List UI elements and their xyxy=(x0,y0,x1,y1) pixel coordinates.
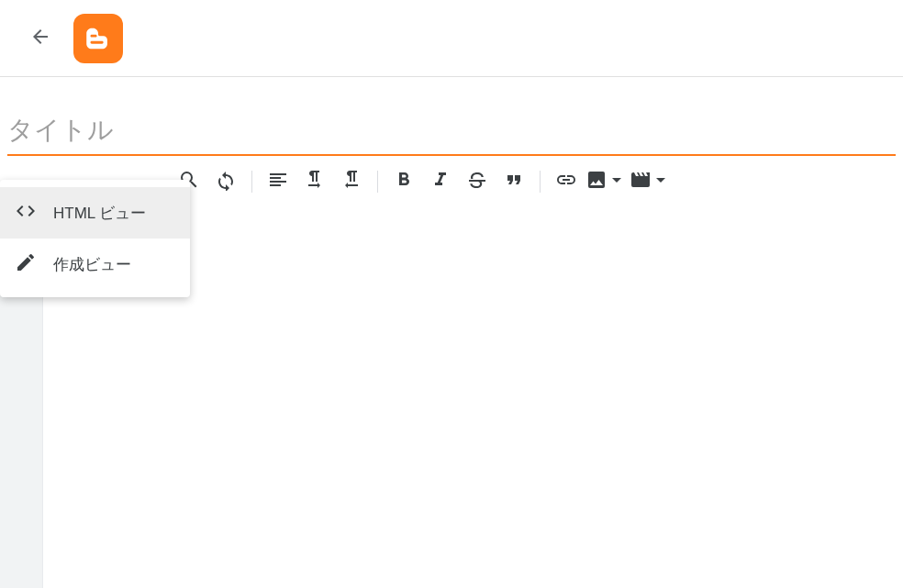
strikethrough-icon xyxy=(466,169,488,194)
link-button[interactable] xyxy=(548,163,585,200)
text-direction-rtl-icon xyxy=(340,169,362,194)
insert-video-button[interactable] xyxy=(629,163,673,200)
ltr-button[interactable] xyxy=(296,163,333,200)
menu-item-label: 作成ビュー xyxy=(53,254,131,275)
italic-button[interactable] xyxy=(422,163,459,200)
image-icon xyxy=(585,169,608,194)
view-mode-menu: HTML ビュー 作成ビュー xyxy=(0,180,190,297)
toolbar-separator xyxy=(251,171,252,193)
back-button[interactable] xyxy=(22,20,59,57)
quote-icon xyxy=(503,169,525,194)
app-header xyxy=(0,0,903,77)
insert-image-button[interactable] xyxy=(585,163,629,200)
text-direction-ltr-icon xyxy=(304,169,326,194)
link-icon xyxy=(555,169,577,194)
bold-icon xyxy=(393,169,415,194)
menu-item-html-view[interactable]: HTML ビュー xyxy=(0,187,190,239)
pencil-icon xyxy=(15,251,53,278)
strikethrough-button[interactable] xyxy=(459,163,496,200)
video-icon xyxy=(630,169,652,194)
post-title-input[interactable] xyxy=(7,110,896,156)
bold-button[interactable] xyxy=(385,163,422,200)
toolbar-separator xyxy=(377,171,378,193)
toolbar-separator xyxy=(540,171,541,193)
quote-button[interactable] xyxy=(496,163,532,200)
title-section xyxy=(0,77,903,156)
align-left-icon xyxy=(267,169,289,194)
menu-item-compose-view[interactable]: 作成ビュー xyxy=(0,239,190,290)
rtl-button[interactable] xyxy=(333,163,370,200)
menu-item-label: HTML ビュー xyxy=(53,203,146,224)
arrow-left-icon xyxy=(29,26,51,51)
code-icon xyxy=(15,200,53,227)
italic-icon xyxy=(429,169,452,194)
refresh-button[interactable] xyxy=(207,163,244,200)
align-button[interactable] xyxy=(260,163,296,200)
chevron-down-icon xyxy=(650,169,672,194)
refresh-icon xyxy=(215,169,237,194)
blogger-logo xyxy=(73,14,123,63)
chevron-down-icon xyxy=(606,169,628,194)
